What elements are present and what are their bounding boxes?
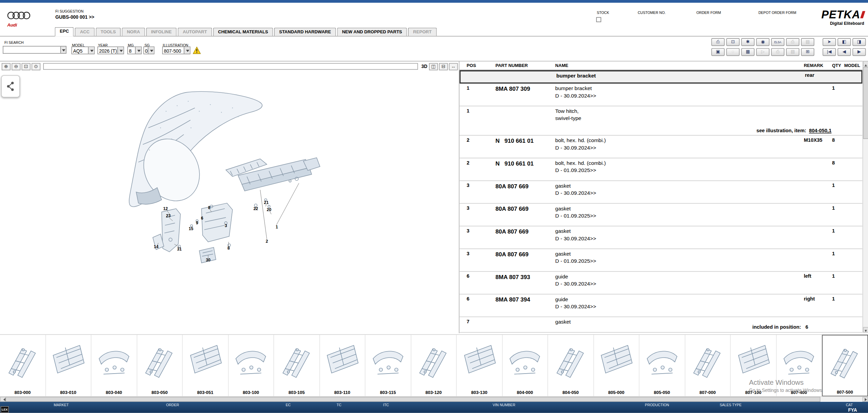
split-vertical-icon[interactable]: ◫ bbox=[429, 63, 438, 70]
chevron-down-icon[interactable] bbox=[135, 47, 141, 54]
chevron-down-icon[interactable] bbox=[184, 47, 190, 54]
thumbnail-803-100[interactable]: 803-100 bbox=[228, 335, 274, 396]
parts-row[interactable]: 380A 807 669gasketD - 30.09.2024>>1 bbox=[459, 226, 862, 249]
status-field-vin-number: VIN NUMBER bbox=[493, 403, 515, 407]
mg-select[interactable]: 8 bbox=[127, 47, 141, 54]
divider-handle-icon[interactable]: ↔ bbox=[449, 63, 458, 70]
parts-row[interactable]: 7gasketincluded in position:6 bbox=[459, 317, 862, 333]
chart-icon[interactable]: ▦ bbox=[741, 48, 754, 56]
parts-row[interactable]: 380A 807 669gasketD - 30.09.2024>>1 bbox=[459, 181, 862, 204]
cart-icon[interactable]: ⊞ bbox=[801, 48, 814, 56]
parts-row[interactable]: bumper bracketrear bbox=[459, 70, 862, 84]
tab-chemical-materials[interactable]: CHEMICAL MATERIALS bbox=[213, 28, 273, 36]
illustration-link[interactable]: 804-050,1 bbox=[809, 128, 832, 133]
parts-row[interactable]: 380A 807 669gasketD - 01.09.2025>>1 bbox=[459, 204, 862, 226]
nav-first-icon[interactable]: |◀ bbox=[823, 48, 836, 56]
share-button[interactable] bbox=[1, 75, 20, 97]
column-header-pos: POS bbox=[467, 63, 476, 68]
fi-suggestion-value[interactable]: GUBS-000 001 >> bbox=[55, 14, 95, 20]
chevron-down-icon[interactable] bbox=[148, 47, 154, 54]
parts-row[interactable]: 1Tow hitch,swivel-typesee illustration, … bbox=[459, 106, 862, 136]
parts-header: POSPART NUMBERNAMEREMARKQTYMODEL bbox=[459, 62, 862, 70]
scroll-right-icon[interactable] bbox=[863, 397, 868, 402]
cell-pos: 2 bbox=[467, 160, 470, 166]
thumbnail-label: 803-051 bbox=[183, 390, 228, 395]
fi-search-dropdown-icon[interactable] bbox=[60, 46, 66, 54]
tab-standard-hardware[interactable]: STANDARD HARDWARE bbox=[274, 28, 336, 36]
nav-forward-icon[interactable]: ▶ bbox=[852, 48, 866, 56]
thumbnail-804-050[interactable]: 804-050 bbox=[548, 335, 594, 396]
parts-row[interactable]: 68MA 807 394guideD - 30.09.2024>>right1 bbox=[459, 294, 862, 317]
page-next-icon[interactable]: ◨ bbox=[852, 38, 866, 46]
split-horizontal-icon[interactable]: ⊟ bbox=[439, 63, 448, 70]
scrollbar-thumb[interactable] bbox=[863, 67, 868, 139]
parts-row[interactable]: 2N 910 661 01bolt, hex. hd. (combi.)D - … bbox=[459, 158, 862, 181]
scrollbar-thumb[interactable] bbox=[5, 397, 820, 402]
thumbnail-805-000[interactable]: 805-000 bbox=[594, 335, 639, 396]
thumbnail-803-105[interactable]: 803-105 bbox=[274, 335, 320, 396]
status-field-order: ORDER bbox=[166, 403, 179, 407]
cell-date: D - 01.09.2025>> bbox=[555, 212, 596, 219]
thumbnail-807-500[interactable]: 807-500 bbox=[822, 335, 868, 396]
stamp-icon[interactable]: ✱ bbox=[741, 38, 754, 46]
viewer-toolbar: ⊕⊖⊡⊙ 3D ◫⊟↔ bbox=[0, 62, 459, 71]
thumbnail-803-051[interactable]: 803-051 bbox=[183, 335, 228, 396]
play-disabled-icon: ▷ bbox=[756, 48, 769, 56]
parts-scrollbar bbox=[863, 61, 868, 332]
cell-name: gasket bbox=[555, 319, 571, 325]
thumbnail-803-130[interactable]: 803-130 bbox=[457, 335, 502, 396]
cell-part-number: 8MA 807 393 bbox=[495, 273, 530, 280]
stock-checkbox[interactable] bbox=[596, 17, 601, 22]
thumbnail-803-050[interactable]: 803-050 bbox=[137, 335, 183, 396]
top-accent-bar bbox=[0, 0, 868, 3]
page-prev-icon[interactable]: ◧ bbox=[837, 38, 851, 46]
tab-new-and-dropped-parts[interactable]: NEW AND DROPPED PARTS bbox=[337, 28, 407, 36]
thumbnail-803-040[interactable]: 803-040 bbox=[91, 335, 137, 396]
thumbnail-label: 803-040 bbox=[91, 390, 137, 395]
thumbnail-804-000[interactable]: 804-000 bbox=[503, 335, 548, 396]
fi-search-input[interactable] bbox=[3, 46, 60, 54]
scroll-down-icon[interactable] bbox=[863, 327, 868, 332]
thumbnail-807-000[interactable]: 807-000 bbox=[685, 335, 731, 396]
parts-row[interactable]: 2N 910 661 01bolt, hex. hd. (combi.)D - … bbox=[459, 136, 862, 158]
elsa-icon[interactable]: ELSA bbox=[771, 38, 784, 46]
fi-search-label: FI SEARCH bbox=[4, 40, 23, 44]
illustration-canvas[interactable] bbox=[0, 62, 459, 333]
year-select[interactable]: 2026 (T) bbox=[98, 47, 124, 54]
scroll-up-icon[interactable] bbox=[863, 61, 868, 66]
3d-button[interactable]: 3D bbox=[420, 64, 429, 69]
illustration-select[interactable]: 807-500 bbox=[162, 47, 190, 54]
tab-epc[interactable]: EPC bbox=[55, 27, 74, 37]
print-preview-icon[interactable]: ⊡ bbox=[726, 38, 739, 46]
zoom-fit-icon[interactable]: ⊙ bbox=[32, 63, 40, 70]
thumbnail-805-050[interactable]: 805-050 bbox=[640, 335, 685, 396]
print-icon[interactable]: ⎙ bbox=[711, 38, 725, 46]
thumbnail-803-115[interactable]: 803-115 bbox=[365, 335, 411, 396]
zoom-in-icon[interactable]: ⊕ bbox=[2, 63, 11, 70]
parts-row[interactable]: 68MA 807 393guideD - 30.09.2024>>left1 bbox=[459, 272, 862, 294]
cell-name: Tow hitch, bbox=[555, 108, 579, 114]
thumbnail-803-000[interactable]: 803-000 bbox=[0, 335, 46, 396]
thumbnail-803-010[interactable]: 803-010 bbox=[46, 335, 91, 396]
parts-row[interactable]: 18MA 807 309bumper bracketD - 30.09.2024… bbox=[459, 84, 862, 106]
year-value: 2026 (T) bbox=[98, 47, 117, 54]
thumb-scrollbar bbox=[0, 396, 868, 401]
model-select[interactable]: AQ5 bbox=[71, 47, 95, 54]
lex-badge[interactable]: LEX bbox=[1, 406, 9, 413]
monitor-icon[interactable]: ▣ bbox=[711, 48, 725, 56]
chevron-down-icon[interactable] bbox=[117, 47, 123, 54]
parts-row[interactable]: 380A 807 669gasketD - 01.09.2025>>1 bbox=[459, 249, 862, 272]
sg-select[interactable]: 07 bbox=[143, 47, 155, 54]
thumbnail-label: 803-110 bbox=[320, 390, 365, 395]
scroll-left-icon[interactable] bbox=[0, 397, 5, 402]
viewer-hotspot-bar[interactable] bbox=[43, 63, 418, 70]
nav-back-icon[interactable]: ◀ bbox=[837, 48, 851, 56]
cell-date: D - 30.09.2024>> bbox=[555, 303, 596, 309]
thumbnail-803-120[interactable]: 803-120 bbox=[411, 335, 457, 396]
thumbnail-803-110[interactable]: 803-110 bbox=[320, 335, 365, 396]
zoom-window-icon[interactable]: ⊡ bbox=[21, 63, 30, 70]
chevron-down-icon[interactable] bbox=[88, 47, 94, 54]
zoom-out-icon[interactable]: ⊖ bbox=[12, 63, 20, 70]
magnifier-q-icon[interactable]: ◉ bbox=[756, 38, 769, 46]
pin-icon[interactable]: ➤ bbox=[823, 38, 836, 46]
